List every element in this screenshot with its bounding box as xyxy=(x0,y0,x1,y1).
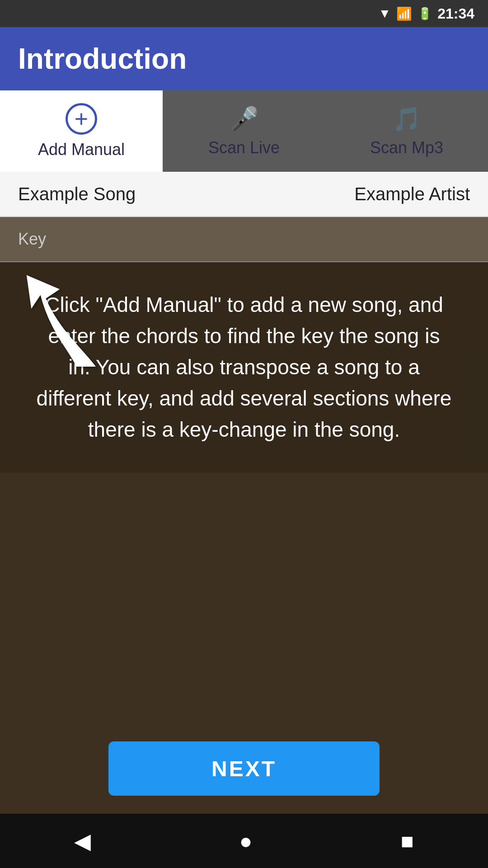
music-note-icon: 🎵 xyxy=(392,105,422,133)
bottom-nav: ◀ ● ■ xyxy=(0,814,488,868)
song-key: Key xyxy=(18,230,46,249)
tab-scan-live-label: Scan Live xyxy=(208,138,280,157)
status-time: 21:34 xyxy=(437,5,474,22)
tab-scan-live[interactable]: 🎤 Scan Live xyxy=(163,90,325,172)
page-title: Introduction xyxy=(18,42,187,75)
song-row-example: Example Song Example Artist xyxy=(0,172,488,217)
next-button-container: NEXT xyxy=(108,741,380,796)
song-artist: Example Artist xyxy=(354,184,470,204)
tab-add-manual-label: Add Manual xyxy=(38,140,125,159)
microphone-icon: 🎤 xyxy=(230,105,259,133)
signal-icon: 📶 xyxy=(396,6,412,21)
next-button[interactable]: NEXT xyxy=(108,741,380,796)
plus-circle-icon: + xyxy=(66,103,97,135)
tab-bar: + Add Manual 🎤 Scan Live 🎵 Scan Mp3 xyxy=(0,90,488,172)
recents-button[interactable]: ■ xyxy=(401,829,414,854)
back-button[interactable]: ◀ xyxy=(74,828,91,854)
overlay-area: Example Song Example Artist Key Click "A… xyxy=(0,172,488,472)
battery-icon: 🔋 xyxy=(418,7,432,21)
instruction-overlay: Click "Add Manual" to add a new song, an… xyxy=(0,262,488,472)
tab-scan-mp3[interactable]: 🎵 Scan Mp3 xyxy=(325,90,488,172)
song-title: Example Song xyxy=(18,184,136,204)
status-bar: ▼ 📶 🔋 21:34 xyxy=(0,0,488,27)
song-row-key: Key xyxy=(0,217,488,262)
instruction-text: Click "Add Manual" to add a new song, an… xyxy=(36,289,452,445)
tab-add-manual[interactable]: + Add Manual xyxy=(0,90,163,172)
app-bar: Introduction xyxy=(0,27,488,90)
home-button[interactable]: ● xyxy=(239,829,252,854)
wifi-icon: ▼ xyxy=(378,6,391,21)
tab-scan-mp3-label: Scan Mp3 xyxy=(370,138,443,157)
status-icons: ▼ 📶 🔋 21:34 xyxy=(378,5,474,22)
